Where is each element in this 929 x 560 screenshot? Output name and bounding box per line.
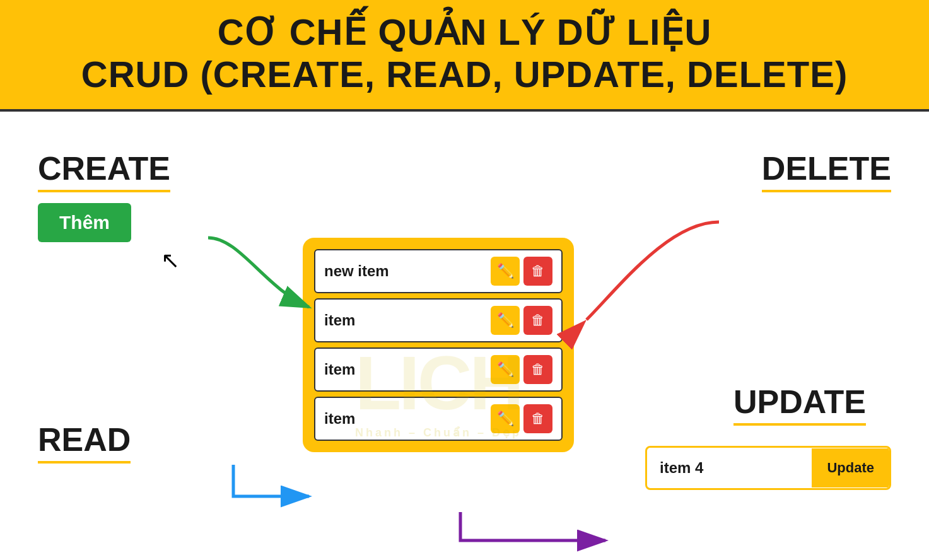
them-button[interactable]: Thêm	[38, 203, 131, 242]
new-item-label: new item	[324, 262, 491, 280]
new-item-row: new item ✏️ 🗑	[314, 249, 563, 293]
new-item-edit-button[interactable]: ✏️	[491, 257, 520, 286]
trash-icon: 🗑	[531, 361, 545, 378]
main-content: CREATE Thêm ↖ DELETE READ UPDATE new ite…	[0, 112, 929, 553]
item-row-3: item ✏️ 🗑	[314, 397, 563, 441]
item-2-edit-button[interactable]: ✏️	[491, 355, 520, 384]
trash-icon: 🗑	[531, 312, 545, 329]
create-label: CREATE	[38, 149, 170, 192]
trash-icon: 🗑	[531, 411, 545, 427]
header-line2: CRUD (CREATE, READ, UPDATE, DELETE)	[13, 54, 916, 96]
crud-box: new item ✏️ 🗑 item ✏️ 🗑	[303, 238, 574, 452]
header-banner: CƠ CHẾ QUẢN LÝ DỮ LIỆU CRUD (CREATE, REA…	[0, 0, 929, 112]
trash-icon: 🗑	[531, 263, 545, 279]
item-2-actions: ✏️ 🗑	[491, 355, 552, 384]
item-3-edit-button[interactable]: ✏️	[491, 404, 520, 433]
cursor-icon: ↖	[161, 247, 180, 274]
item-3-label: item	[324, 410, 491, 428]
new-item-actions: ✏️ 🗑	[491, 257, 552, 286]
update-label: UPDATE	[733, 383, 866, 426]
read-label: READ	[38, 421, 131, 464]
item-row-1: item ✏️ 🗑	[314, 298, 563, 342]
new-item-delete-button[interactable]: 🗑	[523, 257, 552, 286]
update-item-label: item 4	[647, 448, 812, 488]
item-1-edit-button[interactable]: ✏️	[491, 306, 520, 335]
item-1-actions: ✏️ 🗑	[491, 306, 552, 335]
update-button[interactable]: Update	[812, 448, 889, 487]
edit-icon: ✏️	[497, 411, 514, 427]
item-1-label: item	[324, 312, 491, 329]
item-2-delete-button[interactable]: 🗑	[523, 355, 552, 384]
header-title: CƠ CHẾ QUẢN LÝ DỮ LIỆU CRUD (CREATE, REA…	[13, 11, 916, 95]
delete-label: DELETE	[762, 149, 891, 192]
item-3-actions: ✏️ 🗑	[491, 404, 552, 433]
edit-icon: ✏️	[497, 312, 514, 329]
update-box: item 4 Update	[645, 446, 891, 490]
item-1-delete-button[interactable]: 🗑	[523, 306, 552, 335]
edit-icon: ✏️	[497, 263, 514, 279]
item-3-delete-button[interactable]: 🗑	[523, 404, 552, 433]
edit-icon: ✏️	[497, 361, 514, 378]
item-row-2: item ✏️ 🗑	[314, 347, 563, 392]
header-line1: CƠ CHẾ QUẢN LÝ DỮ LIỆU	[13, 11, 916, 54]
item-2-label: item	[324, 361, 491, 378]
